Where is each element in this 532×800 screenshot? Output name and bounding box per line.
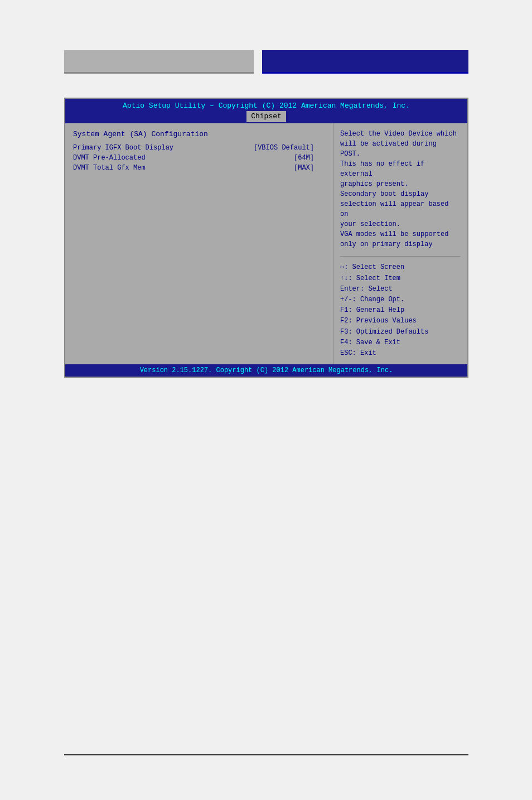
bottom-rule (64, 754, 468, 755)
config-item-primary-igfx[interactable]: Primary IGFX Boot Display [VBIOS Default… (73, 144, 325, 152)
help-divider (340, 256, 461, 257)
config-label-primary-igfx: Primary IGFX Boot Display (73, 144, 173, 152)
config-label-dvmt-pre: DVMT Pre-Allocated (73, 154, 146, 162)
config-value-dvmt-pre: [64M] (294, 154, 314, 162)
config-value-primary-igfx: [VBIOS Default] (254, 144, 314, 152)
key-enter: Enter: Select (340, 284, 461, 295)
key-select-screen: ↔: Select Screen (340, 262, 461, 273)
top-bar-right (262, 50, 468, 74)
config-value-dvmt-total: [MAX] (294, 164, 314, 172)
bios-body: System Agent (SA) Configuration Primary … (65, 123, 467, 364)
bios-left-panel: System Agent (SA) Configuration Primary … (65, 123, 333, 364)
config-item-dvmt-total[interactable]: DVMT Total Gfx Mem [MAX] (73, 164, 325, 172)
bios-footer-text: Version 2.15.1227. Copyright (C) 2012 Am… (140, 367, 393, 374)
config-label-dvmt-total: DVMT Total Gfx Mem (73, 164, 146, 172)
bios-footer: Version 2.15.1227. Copyright (C) 2012 Am… (65, 364, 467, 377)
config-item-dvmt-pre[interactable]: DVMT Pre-Allocated [64M] (73, 154, 325, 162)
key-f3: F3: Optimized Defaults (340, 327, 461, 338)
key-help: ↔: Select Screen ↑↓: Select Item Enter: … (340, 262, 461, 359)
key-change-opt: +/-: Change Opt. (340, 295, 461, 305)
key-esc: ESC: Exit (340, 348, 461, 359)
bios-active-tab[interactable]: Chipset (246, 111, 286, 122)
top-bar-left (64, 50, 254, 74)
bios-right-panel: Select the Video Device whichwill be act… (333, 123, 467, 364)
key-f1: F1: General Help (340, 305, 461, 316)
help-text: Select the Video Device whichwill be act… (340, 129, 461, 249)
key-f4: F4: Save & Exit (340, 338, 461, 348)
bios-container: Aptio Setup Utility – Copyright (C) 2012… (64, 98, 468, 378)
top-bar-area (64, 50, 468, 74)
section-title: System Agent (SA) Configuration (73, 130, 325, 138)
key-f2: F2: Previous Values (340, 316, 461, 326)
bios-header: Aptio Setup Utility – Copyright (C) 2012… (65, 99, 467, 123)
key-select-item: ↑↓: Select Item (340, 273, 461, 284)
bios-title: Aptio Setup Utility – Copyright (C) 2012… (65, 101, 467, 111)
